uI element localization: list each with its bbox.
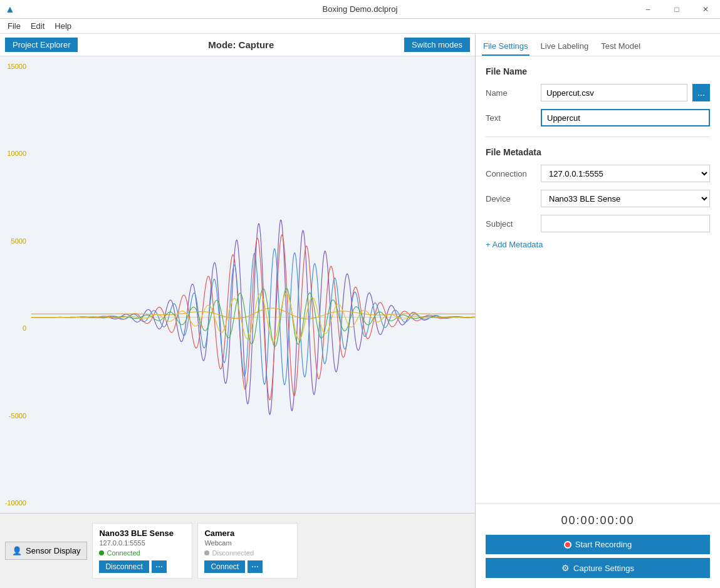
subject-row: Subject bbox=[486, 215, 710, 232]
name-dots-button[interactable]: ... bbox=[692, 84, 710, 101]
device-card-1: Camera Webcam Disconnected Connect ⋯ bbox=[197, 523, 298, 579]
maximize-button[interactable]: □ bbox=[662, 0, 691, 18]
y-label-10000: 10000 bbox=[3, 150, 29, 157]
window-title: Boxing Demo.dclproj bbox=[323, 4, 398, 14]
app-icon: ▲ bbox=[5, 4, 15, 15]
connection-label: Connection bbox=[486, 169, 536, 178]
toolbar: Project Explorer Mode: Capture Switch mo… bbox=[0, 34, 475, 56]
text-label: Text bbox=[486, 113, 536, 123]
status-dot-0 bbox=[99, 550, 104, 555]
device-row: Device Nano33 BLE Sense bbox=[486, 190, 710, 207]
menu-help[interactable]: Help bbox=[50, 20, 76, 32]
device-conn-1: Webcam bbox=[204, 539, 291, 547]
y-axis-labels: 15000 10000 5000 0 -5000 -10000 bbox=[0, 56, 31, 513]
minimize-button[interactable]: – bbox=[634, 0, 662, 18]
mode-value: Capture bbox=[239, 39, 274, 50]
left-panel: Project Explorer Mode: Capture Switch mo… bbox=[0, 34, 476, 588]
mode-label: Mode: Capture bbox=[85, 39, 397, 50]
section-divider-1 bbox=[486, 137, 710, 137]
connection-select[interactable]: 127.0.0.1:5555 bbox=[541, 165, 710, 182]
device-name-0: Nano33 BLE Sense bbox=[99, 529, 185, 538]
right-tabs: File Settings Live Labeling Test Model bbox=[476, 34, 720, 56]
capture-settings-label: Capture Settings bbox=[573, 564, 634, 573]
right-content: File Name Name ... Text File Metadata Co… bbox=[476, 56, 720, 503]
timer-display: 00:00:00:00 bbox=[486, 514, 710, 527]
device-btns-1: Connect ⋯ bbox=[204, 560, 291, 573]
y-label-0: 0 bbox=[3, 324, 29, 332]
subject-input[interactable] bbox=[541, 215, 710, 232]
bottom-bar: 👤 Sensor Display Nano33 BLE Sense 127.0.… bbox=[0, 513, 475, 588]
status-dot-1 bbox=[204, 550, 209, 555]
window-controls: – □ ✕ bbox=[634, 0, 720, 18]
text-input[interactable] bbox=[541, 109, 710, 126]
name-label: Name bbox=[486, 88, 536, 98]
file-metadata-section-title: File Metadata bbox=[486, 147, 710, 157]
sensor-display-icon: 👤 bbox=[12, 546, 22, 555]
gear-icon: ⚙ bbox=[561, 563, 570, 573]
y-label-neg5000: -5000 bbox=[3, 412, 29, 420]
chart-area: 15000 10000 5000 0 -5000 -10000 bbox=[0, 56, 475, 513]
menu-file[interactable]: File bbox=[3, 20, 26, 32]
project-explorer-button[interactable]: Project Explorer bbox=[5, 38, 78, 52]
connection-row: Connection 127.0.0.1:5555 bbox=[486, 165, 710, 182]
device-status-1: Disconnected bbox=[204, 549, 291, 557]
add-metadata-link[interactable]: + Add Metadata bbox=[486, 240, 543, 249]
y-label-neg10000: -10000 bbox=[3, 499, 29, 507]
capture-settings-button[interactable]: ⚙ Capture Settings bbox=[486, 558, 710, 578]
tab-live-labeling[interactable]: Live Labeling bbox=[540, 39, 590, 56]
text-row: Text bbox=[486, 109, 710, 126]
start-recording-label: Start Recording bbox=[575, 540, 632, 549]
disconnect-button[interactable]: Disconnect bbox=[99, 560, 149, 573]
sensor-display-button[interactable]: 👤 Sensor Display bbox=[5, 542, 87, 560]
file-name-section-title: File Name bbox=[486, 66, 710, 76]
name-input[interactable] bbox=[541, 84, 687, 101]
status-text-0: Connected bbox=[107, 549, 140, 557]
right-panel: File Settings Live Labeling Test Model F… bbox=[476, 34, 720, 588]
device-status-0: Connected bbox=[99, 549, 185, 557]
mode-prefix: Mode: bbox=[208, 39, 236, 50]
menu-edit[interactable]: Edit bbox=[26, 20, 50, 32]
switch-modes-button[interactable]: Switch modes bbox=[404, 38, 470, 52]
record-icon bbox=[564, 541, 571, 549]
menu-bar: File Edit Help bbox=[0, 19, 720, 34]
device-btns-0: Disconnect ⋯ bbox=[99, 560, 185, 573]
chart-canvas bbox=[31, 56, 475, 513]
main-layout: Project Explorer Mode: Capture Switch mo… bbox=[0, 34, 720, 588]
status-text-1: Disconnected bbox=[212, 549, 254, 557]
sensor-display-label: Sensor Display bbox=[26, 546, 80, 555]
close-button[interactable]: ✕ bbox=[691, 0, 720, 18]
y-label-5000: 5000 bbox=[3, 237, 29, 245]
device-card-0: Nano33 BLE Sense 127.0.0.1:5555 Connecte… bbox=[92, 523, 192, 579]
device-select[interactable]: Nano33 BLE Sense bbox=[541, 190, 710, 207]
title-bar: ▲ Boxing Demo.dclproj – □ ✕ bbox=[0, 0, 720, 19]
device-more-button-1[interactable]: ⋯ bbox=[248, 560, 263, 573]
recording-controls: 00:00:00:00 Start Recording ⚙ Capture Se… bbox=[476, 503, 720, 588]
y-label-15000: 15000 bbox=[3, 63, 29, 70]
name-row: Name ... bbox=[486, 84, 710, 101]
device-more-button-0[interactable]: ⋯ bbox=[152, 560, 167, 573]
device-name-1: Camera bbox=[204, 529, 291, 538]
tab-test-model[interactable]: Test Model bbox=[600, 39, 642, 56]
tab-file-settings[interactable]: File Settings bbox=[482, 39, 530, 56]
start-recording-button[interactable]: Start Recording bbox=[486, 535, 710, 554]
subject-label: Subject bbox=[486, 219, 536, 229]
connect-button[interactable]: Connect bbox=[204, 560, 245, 573]
device-label: Device bbox=[486, 194, 536, 204]
device-conn-0: 127.0.0.1:5555 bbox=[99, 539, 185, 547]
